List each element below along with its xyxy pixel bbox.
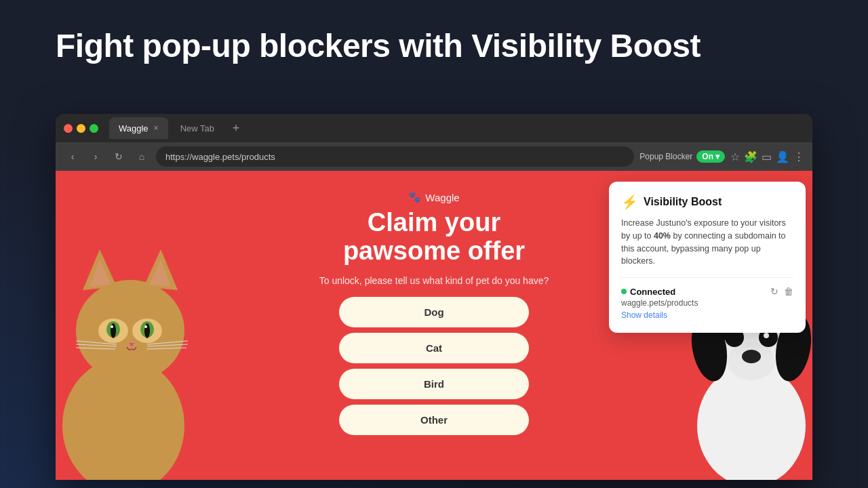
connected-label: Connected [630,287,675,297]
toggle-chevron-icon: ▾ [715,152,719,161]
pet-options: Dog Cat Bird Other [339,297,529,435]
tab-bar: Waggle × New Tab + [56,114,812,142]
cat-illustration [56,209,205,480]
menu-icon[interactable]: ⋮ [793,150,804,163]
vb-delete-button[interactable]: 🗑 [784,286,793,297]
tab-new-tab-label: New Tab [180,123,214,134]
refresh-button[interactable]: ↻ [110,148,127,165]
vb-icon: ⚡ [621,194,638,210]
vb-show-details-link[interactable]: Show details [621,310,667,320]
tab-new-tab[interactable]: New Tab [171,117,224,139]
tab-waggle-label: Waggle [119,123,149,134]
star-icon[interactable]: ☆ [730,150,740,163]
browser-content: 🐾 Waggle Claim your pawsome offer To unl… [56,171,812,480]
forward-button[interactable]: › [87,148,104,165]
waggle-logo-icon: 🐾 [408,191,421,203]
headline-line1: Claim your [368,208,500,237]
vb-connected: Connected [621,287,675,297]
other-button[interactable]: Other [339,405,529,435]
page-title: Fight pop-up blockers with Visibility Bo… [56,28,701,64]
popup-blocker: Popup Blocker On ▾ [639,150,725,163]
popup-blocker-label: Popup Blocker [639,152,692,161]
address-bar[interactable]: https://waggle.pets/products [156,146,634,167]
popup-blocker-toggle[interactable]: On ▾ [696,150,725,163]
waggle-logo: 🐾 Waggle [408,191,459,203]
home-button[interactable]: ⌂ [133,148,151,165]
headline-line2: pawsome offer [343,237,525,265]
extensions-icon[interactable]: 🧩 [744,150,757,163]
vb-desc-bold: 40% [654,231,671,241]
sidebar-icon[interactable]: ▭ [762,150,772,163]
dog-button[interactable]: Dog [339,297,529,327]
svg-point-29 [764,333,769,338]
waggle-logo-text: Waggle [425,192,459,203]
maximize-button[interactable] [90,124,98,133]
window-controls [64,124,98,133]
url-display: https://waggle.pets/products [165,152,275,162]
toolbar-icons: ☆ 🧩 ▭ 👤 ⋮ [730,150,804,163]
svg-point-13 [144,325,147,328]
vb-title: Visibility Boost [644,196,722,208]
center-content: 🐾 Waggle Claim your pawsome offer To unl… [305,191,563,435]
svg-point-30 [742,350,761,363]
vb-connected-row: Connected ↻ 🗑 [621,286,793,297]
vb-divider [621,277,793,278]
vb-header: ⚡ Visibility Boost [621,194,793,210]
subtitle-text: To unlock, please tell us what kind of p… [319,275,549,286]
visibility-boost-popup: ⚡ Visibility Boost Increase Justuno's ex… [609,182,806,333]
vb-url: waggle.pets/products [621,298,793,308]
new-tab-button[interactable]: + [226,119,245,138]
vb-actions: ↻ 🗑 [770,286,793,297]
connected-dot [621,289,627,294]
browser-window: Waggle × New Tab + ‹ › ↻ ⌂ https://waggl… [56,114,812,480]
tab-close-icon[interactable]: × [154,123,159,133]
minimize-button[interactable] [77,124,85,133]
close-button[interactable] [64,124,73,133]
bird-button[interactable]: Bird [339,369,529,399]
svg-point-1 [76,280,184,382]
main-headline: Claim your pawsome offer [343,209,525,266]
back-button[interactable]: ‹ [64,148,81,165]
profile-icon[interactable]: 👤 [776,150,789,163]
tab-waggle[interactable]: Waggle × [109,117,168,139]
on-label: On [702,152,713,161]
browser-toolbar: ‹ › ↻ ⌂ https://waggle.pets/products Pop… [56,142,812,171]
cat-button[interactable]: Cat [339,333,529,363]
svg-point-12 [111,325,113,328]
vb-description: Increase Justuno's exposure to your visi… [621,217,793,268]
vb-refresh-button[interactable]: ↻ [770,286,778,297]
